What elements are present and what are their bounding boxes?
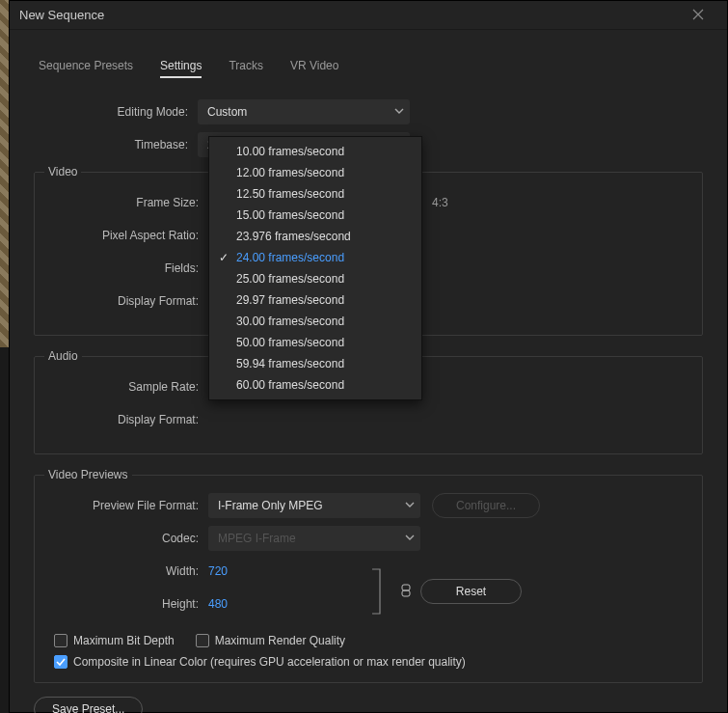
timebase-option[interactable]: 15.00 frames/second <box>209 205 421 226</box>
max-render-quality-checkbox[interactable]: Maximum Render Quality <box>196 634 345 647</box>
chevron-down-icon <box>394 105 404 119</box>
audio-legend: Audio <box>44 349 82 363</box>
checkbox-icon <box>54 634 67 647</box>
display-format-audio-label: Display Format: <box>44 413 208 426</box>
close-button[interactable] <box>679 1 717 30</box>
tab-vr-video[interactable]: VR Video <box>290 59 338 78</box>
width-label: Width: <box>44 564 208 578</box>
max-render-quality-label: Maximum Render Quality <box>215 634 345 647</box>
timebase-option[interactable]: 12.50 frames/second <box>209 183 421 205</box>
editing-mode-value: Custom <box>207 105 247 119</box>
reset-button[interactable]: Reset <box>420 579 522 604</box>
timebase-option[interactable]: 29.97 frames/second <box>209 289 421 311</box>
frame-size-label: Frame Size: <box>44 196 208 209</box>
preview-format-label: Preview File Format: <box>44 499 208 512</box>
link-icon[interactable] <box>401 584 411 600</box>
editing-mode-label: Editing Mode: <box>34 105 198 119</box>
new-sequence-dialog: New Sequence Sequence Presets Settings T… <box>9 0 728 713</box>
codec-select: MPEG I-Frame <box>208 526 420 551</box>
timebase-option[interactable]: 59.94 frames/second <box>209 353 421 374</box>
tab-tracks[interactable]: Tracks <box>229 59 263 78</box>
timebase-option[interactable]: 24.00 frames/second <box>209 247 421 268</box>
titlebar: New Sequence <box>10 1 727 30</box>
pixel-aspect-label: Pixel Aspect Ratio: <box>44 229 208 242</box>
preview-format-select[interactable]: I-Frame Only MPEG <box>208 493 420 518</box>
timebase-dropdown[interactable]: 10.00 frames/second12.00 frames/second12… <box>208 136 422 400</box>
preview-format-value: I-Frame Only MPEG <box>218 499 323 512</box>
chevron-down-icon <box>405 499 415 512</box>
aspect-text: 4:3 <box>432 196 448 209</box>
video-previews-legend: Video Previews <box>44 468 132 481</box>
timebase-option[interactable]: 50.00 frames/second <box>209 332 421 353</box>
timebase-option[interactable]: 23.976 frames/second <box>209 226 421 247</box>
timebase-label: Timebase: <box>34 138 198 151</box>
height-value[interactable]: 480 <box>208 597 256 611</box>
timebase-option[interactable]: 30.00 frames/second <box>209 311 421 332</box>
sample-rate-label: Sample Rate: <box>44 380 208 394</box>
close-icon <box>692 7 704 24</box>
timebase-option[interactable]: 60.00 frames/second <box>209 374 421 396</box>
configure-button: Configure... <box>432 493 540 518</box>
height-label: Height: <box>44 597 208 611</box>
max-bit-depth-checkbox[interactable]: Maximum Bit Depth <box>54 634 175 647</box>
timebase-option[interactable]: 25.00 frames/second <box>209 268 421 289</box>
timebase-option[interactable]: 10.00 frames/second <box>209 141 421 162</box>
editing-mode-select[interactable]: Custom <box>198 99 410 124</box>
codec-value: MPEG I-Frame <box>218 532 296 545</box>
video-legend: Video <box>44 165 81 178</box>
max-bit-depth-label: Maximum Bit Depth <box>73 634 175 647</box>
window-title: New Sequence <box>19 8 679 22</box>
composite-linear-checkbox[interactable]: Composite in Linear Color (requires GPU … <box>54 655 466 669</box>
tab-sequence-presets[interactable]: Sequence Presets <box>39 59 133 78</box>
codec-label: Codec: <box>44 532 208 545</box>
display-format-video-label: Display Format: <box>44 294 208 308</box>
tab-settings[interactable]: Settings <box>160 59 202 78</box>
save-preset-button[interactable]: Save Preset... <box>34 697 143 713</box>
bracket-icon <box>363 567 391 616</box>
checkbox-icon <box>54 655 67 669</box>
chevron-down-icon <box>405 532 415 545</box>
timebase-option[interactable]: 12.00 frames/second <box>209 162 421 183</box>
video-previews-group: Video Previews Preview File Format: I-Fr… <box>34 468 703 683</box>
checkbox-icon <box>196 634 209 647</box>
width-value[interactable]: 720 <box>208 564 256 578</box>
fields-label: Fields: <box>44 261 208 275</box>
composite-linear-label: Composite in Linear Color (requires GPU … <box>73 655 466 669</box>
tabs: Sequence Presets Settings Tracks VR Vide… <box>34 59 703 78</box>
